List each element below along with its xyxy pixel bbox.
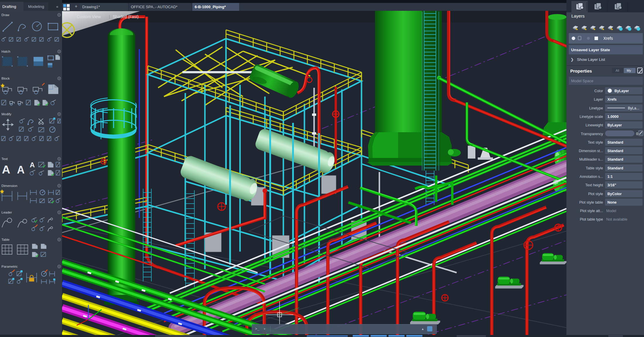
- svg-text:Modeling: Modeling: [28, 4, 44, 9]
- svg-text:Block: Block: [1, 77, 10, 80]
- svg-text:Linetype: Linetype: [589, 106, 603, 110]
- svg-text:Standard: Standard: [607, 157, 623, 161]
- svg-text:Drafting: Drafting: [2, 4, 16, 9]
- svg-text:A: A: [30, 161, 35, 169]
- svg-text:Shaded (Fast): Shaded (Fast): [113, 14, 139, 19]
- svg-text:Draw: Draw: [1, 13, 10, 17]
- svg-text:Text: Text: [1, 157, 8, 161]
- svg-text:Table style: Table style: [586, 166, 603, 170]
- svg-text:3/16": 3/16": [607, 183, 616, 187]
- svg-text:Standard: Standard: [607, 149, 623, 153]
- svg-text:Plot table type: Plot table type: [580, 217, 603, 221]
- svg-text:ByLayer: ByLayer: [614, 89, 629, 93]
- svg-text:|: |: [109, 14, 110, 19]
- svg-text:Plot style table: Plot style table: [579, 200, 603, 204]
- svg-text:Show Layer List: Show Layer List: [577, 57, 605, 62]
- svg-text:Annotation s...: Annotation s...: [580, 175, 603, 179]
- svg-text:ByColor: ByColor: [607, 192, 622, 196]
- svg-text:Text height: Text height: [585, 183, 603, 187]
- svg-text:A: A: [2, 163, 10, 176]
- svg-text:Modify: Modify: [1, 112, 11, 116]
- svg-text:ByLa...: ByLa...: [628, 106, 639, 110]
- svg-text:None: None: [607, 200, 616, 204]
- svg-text:Properties: Properties: [570, 68, 592, 73]
- svg-text:0: 0: [636, 132, 638, 136]
- svg-text:ByLayer: ByLayer: [607, 123, 622, 127]
- svg-text:A: A: [17, 164, 25, 176]
- svg-text:«: «: [56, 4, 58, 9]
- svg-text:Custom View: Custom View: [77, 14, 101, 19]
- svg-text:Plot style att...: Plot style att...: [580, 209, 603, 213]
- svg-text:Standard: Standard: [607, 166, 623, 170]
- svg-text:Xrefs: Xrefs: [607, 97, 616, 102]
- svg-text:Table: Table: [1, 238, 10, 241]
- svg-text:Layer: Layer: [594, 97, 603, 102]
- svg-text:My: My: [627, 69, 631, 72]
- svg-text:Unsaved Layer State: Unsaved Layer State: [571, 48, 610, 52]
- svg-text:Dimension: Dimension: [1, 184, 17, 188]
- svg-text:Layers: Layers: [571, 13, 585, 18]
- svg-text:❯: ❯: [571, 57, 574, 62]
- svg-text:Model Space: Model Space: [571, 79, 593, 83]
- svg-text:Lineweight: Lineweight: [585, 123, 603, 127]
- svg-text:Parametric: Parametric: [1, 265, 18, 268]
- svg-text:1.0000: 1.0000: [607, 115, 619, 119]
- svg-text:Not available: Not available: [606, 217, 627, 221]
- svg-text:Linetype scale: Linetype scale: [580, 115, 603, 119]
- svg-text:Standard: Standard: [607, 140, 623, 145]
- svg-text:Multileader s...: Multileader s...: [579, 157, 603, 161]
- svg-text:Hatch: Hatch: [1, 50, 10, 53]
- svg-text:1:1: 1:1: [607, 175, 613, 179]
- svg-text:Transparency: Transparency: [581, 132, 603, 136]
- svg-text:All: All: [616, 69, 619, 72]
- svg-text:Dimension st...: Dimension st...: [579, 149, 603, 153]
- svg-text:Text style: Text style: [588, 140, 603, 145]
- svg-text:Color: Color: [594, 89, 603, 93]
- svg-text:Model: Model: [606, 209, 616, 213]
- svg-text:Plot style: Plot style: [588, 192, 603, 196]
- svg-text:Leader: Leader: [1, 211, 12, 214]
- svg-text:Xrefs: Xrefs: [603, 36, 613, 41]
